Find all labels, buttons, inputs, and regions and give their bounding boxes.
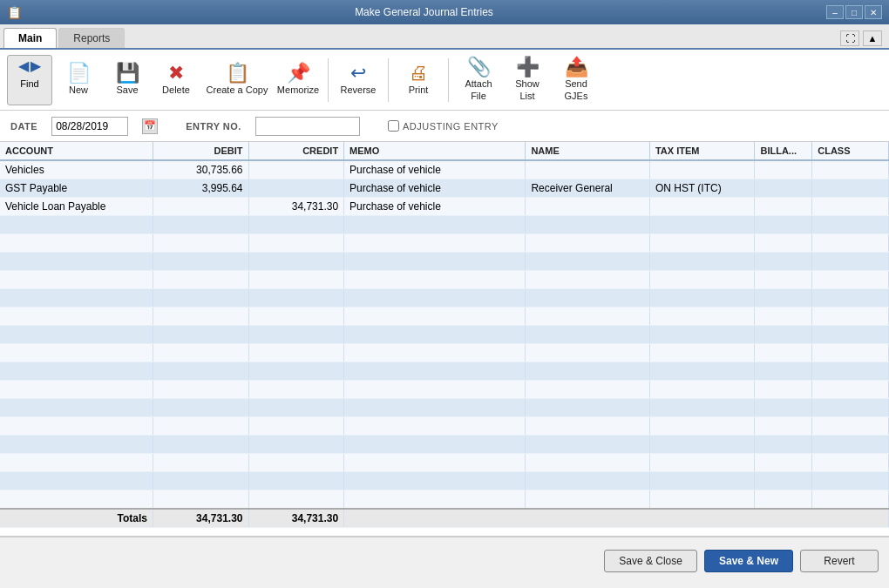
cell-memo-empty[interactable] [344, 490, 526, 510]
cell-name-empty[interactable] [526, 381, 650, 399]
table-row[interactable] [0, 234, 889, 253]
cell-name-empty[interactable] [526, 344, 650, 362]
table-row[interactable] [0, 399, 889, 417]
cell-billa-empty[interactable] [755, 472, 812, 490]
cell-billa-empty[interactable] [755, 253, 812, 271]
cell-memo-empty[interactable] [344, 289, 526, 308]
cell-debit-empty[interactable] [153, 234, 248, 253]
cell-class-empty[interactable] [812, 472, 889, 490]
cell-debit-empty[interactable] [153, 271, 248, 289]
table-row[interactable] [0, 344, 889, 362]
cell-memo[interactable]: Purchase of vehicle [344, 160, 526, 179]
cell-class-empty[interactable] [812, 490, 889, 510]
find-button[interactable]: ◀ ▶ Find [7, 55, 52, 105]
table-row[interactable] [0, 308, 889, 326]
cell-memo-empty[interactable] [344, 216, 526, 234]
cell-class[interactable] [812, 179, 889, 198]
reverse-button[interactable]: ↩ Reverse [336, 55, 381, 105]
cell-memo-empty[interactable] [344, 399, 526, 417]
cell-billa-empty[interactable] [755, 289, 812, 308]
cell-debit[interactable]: 30,735.66 [153, 160, 248, 179]
table-row[interactable] [0, 381, 889, 399]
cell-debit-empty[interactable] [153, 490, 248, 510]
cell-debit-empty[interactable] [153, 308, 248, 326]
cell-account-empty[interactable] [0, 289, 153, 308]
cell-name-empty[interactable] [526, 289, 650, 308]
chevron-up-icon[interactable]: ▲ [863, 30, 882, 46]
cell-account-empty[interactable] [0, 271, 153, 289]
minimize-button[interactable]: – [826, 5, 844, 19]
cell-debit-empty[interactable] [153, 326, 248, 344]
cell-credit[interactable]: 34,731.30 [248, 198, 344, 216]
cell-account-empty[interactable] [0, 253, 153, 271]
cell-class-empty[interactable] [812, 234, 889, 253]
cell-name[interactable]: Receiver General [526, 179, 650, 198]
cell-class-empty[interactable] [812, 344, 889, 362]
send-gjes-button[interactable]: 📤 Send GJEs [553, 55, 599, 105]
cell-name[interactable] [526, 198, 650, 216]
cell-name-empty[interactable] [526, 417, 650, 436]
save-new-button[interactable]: Save & New [704, 550, 793, 572]
cell-tax-item-empty[interactable] [649, 271, 755, 289]
cell-debit-empty[interactable] [153, 381, 248, 399]
cell-credit[interactable] [248, 160, 344, 179]
date-input[interactable] [51, 117, 128, 136]
cell-name-empty[interactable] [526, 454, 650, 472]
cell-credit-empty[interactable] [248, 472, 344, 490]
cell-billa-empty[interactable] [755, 326, 812, 344]
cell-account-empty[interactable] [0, 344, 153, 362]
cell-memo-empty[interactable] [344, 326, 526, 344]
cell-memo-empty[interactable] [344, 436, 526, 454]
cell-class[interactable] [812, 160, 889, 179]
table-row[interactable] [0, 326, 889, 344]
table-row[interactable] [0, 472, 889, 490]
cell-billa-empty[interactable] [755, 436, 812, 454]
cell-class-empty[interactable] [812, 253, 889, 271]
cell-memo-empty[interactable] [344, 344, 526, 362]
delete-button[interactable]: ✖ Delete [153, 55, 199, 105]
cell-memo[interactable]: Purchase of vehicle [344, 198, 526, 216]
table-row[interactable]: Vehicles 30,735.66 Purchase of vehicle [0, 160, 889, 179]
cell-memo-empty[interactable] [344, 454, 526, 472]
table-row[interactable] [0, 253, 889, 271]
cell-account-empty[interactable] [0, 417, 153, 436]
cell-tax-item-empty[interactable] [649, 344, 755, 362]
cell-account[interactable]: Vehicles [0, 160, 153, 179]
cell-tax-item-empty[interactable] [649, 381, 755, 399]
cell-billa-empty[interactable] [755, 454, 812, 472]
table-row[interactable] [0, 289, 889, 308]
cell-account-empty[interactable] [0, 308, 153, 326]
cell-memo[interactable]: Purchase of vehicle [344, 179, 526, 198]
new-button[interactable]: 📄 New [56, 55, 101, 105]
cell-account-empty[interactable] [0, 490, 153, 510]
cell-memo-empty[interactable] [344, 417, 526, 436]
cell-class-empty[interactable] [812, 326, 889, 344]
table-row[interactable] [0, 216, 889, 234]
cell-credit-empty[interactable] [248, 436, 344, 454]
memorize-button[interactable]: 📌 Memorize [275, 55, 321, 105]
resize-icon[interactable]: ⛶ [840, 30, 859, 46]
cell-class-empty[interactable] [812, 454, 889, 472]
save-button[interactable]: 💾 Save [105, 55, 150, 105]
cell-tax-item-empty[interactable] [649, 472, 755, 490]
cell-billa[interactable] [755, 179, 812, 198]
cell-billa-empty[interactable] [755, 344, 812, 362]
cell-class[interactable] [812, 198, 889, 216]
cell-billa-empty[interactable] [755, 216, 812, 234]
cell-name-empty[interactable] [526, 399, 650, 417]
cell-debit-empty[interactable] [153, 399, 248, 417]
cell-name-empty[interactable] [526, 308, 650, 326]
cell-account-empty[interactable] [0, 362, 153, 381]
cell-tax-item[interactable] [649, 160, 755, 179]
cell-billa-empty[interactable] [755, 399, 812, 417]
cell-name-empty[interactable] [526, 234, 650, 253]
cell-memo-empty[interactable] [344, 308, 526, 326]
cell-debit-empty[interactable] [153, 344, 248, 362]
cell-tax-item-empty[interactable] [649, 417, 755, 436]
cell-credit-empty[interactable] [248, 308, 344, 326]
cell-credit-empty[interactable] [248, 399, 344, 417]
table-row[interactable]: Vehicle Loan Payable 34,731.30 Purchase … [0, 198, 889, 216]
cell-account-empty[interactable] [0, 399, 153, 417]
cell-memo-empty[interactable] [344, 253, 526, 271]
cell-tax-item-empty[interactable] [649, 399, 755, 417]
